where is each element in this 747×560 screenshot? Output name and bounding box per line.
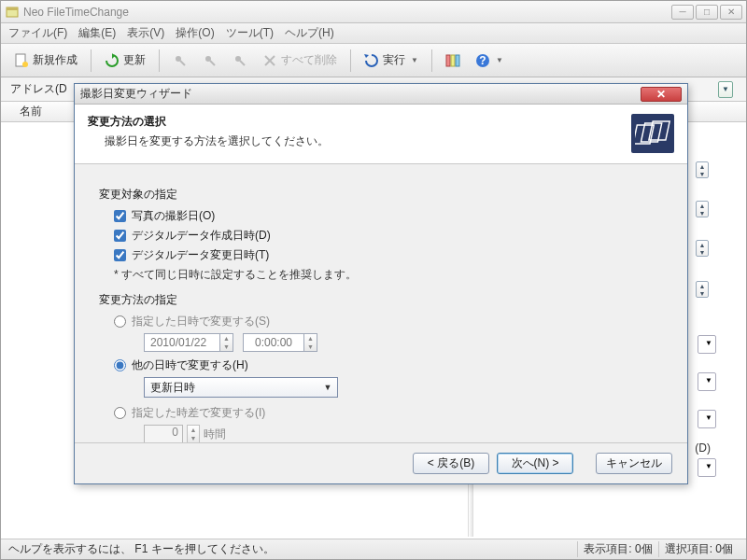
cancel-button[interactable]: キャンセル: [596, 453, 672, 474]
time-field[interactable]: 0:00:00: [243, 333, 304, 352]
right-combo-2[interactable]: ▼: [698, 372, 716, 391]
tool-columns[interactable]: [440, 50, 466, 71]
svg-line-7: [210, 61, 215, 65]
run-dropdown-icon[interactable]: ▼: [411, 56, 418, 64]
svg-point-3: [22, 62, 28, 67]
group-method-label: 変更方法の指定: [99, 292, 663, 308]
address-dropdown-icon[interactable]: ▼: [718, 81, 733, 98]
dialog-subheading: 撮影日を変更する方法を選択してください。: [105, 133, 631, 149]
dialog-close-button[interactable]: ✕: [641, 87, 682, 102]
offset-unit-label: 時間: [204, 427, 226, 442]
status-items: 表示項目: 0個: [577, 541, 657, 557]
window-title: Neo FileTimeChange: [23, 6, 671, 19]
pin-icon: [173, 53, 188, 68]
status-selected: 選択項目: 0個: [658, 541, 739, 557]
menu-action[interactable]: 操作(O): [176, 25, 214, 41]
right-spinner-1[interactable]: ▲▼: [696, 161, 709, 178]
dialog-body: 変更対象の指定 写真の撮影日(O) デジタルデータ作成日時(D) デジタルデータ…: [75, 164, 687, 460]
dialog-header: 変更方法の選択 撮影日を変更する方法を選択してください。: [75, 105, 687, 164]
time-spinner[interactable]: ▲▼: [304, 333, 317, 352]
close-button[interactable]: ✕: [720, 5, 742, 20]
new-button[interactable]: 新規作成: [8, 49, 83, 71]
help-dropdown-icon[interactable]: ▼: [496, 56, 503, 64]
svg-text:?: ?: [479, 54, 486, 67]
offset-spinner[interactable]: ▲▼: [187, 425, 200, 443]
dialog-titlebar: 撮影日変更ウィザード ✕: [75, 84, 687, 105]
statusbar: ヘルプを表示するには、 F1 キーを押してください。 表示項目: 0個 選択項目…: [1, 539, 746, 559]
dialog-footer: < 戻る(B) 次へ(N) > キャンセル: [75, 442, 687, 483]
menu-tools[interactable]: ツール(T): [226, 25, 274, 41]
status-help: ヘルプを表示するには、 F1 キーを押してください。: [8, 541, 577, 557]
offset-field[interactable]: 0: [144, 425, 183, 443]
date-spinner[interactable]: ▲▼: [220, 333, 233, 352]
right-spinner-4[interactable]: ▲▼: [696, 281, 709, 298]
date-field[interactable]: 2010/01/22: [144, 333, 220, 352]
checkbox-dmodify-input[interactable]: [114, 249, 126, 261]
columns-icon: [445, 53, 460, 68]
radio-other-input[interactable]: [114, 359, 126, 371]
right-combo-1[interactable]: ▼: [698, 335, 716, 354]
right-d-label: (D): [695, 441, 711, 455]
menu-help[interactable]: ヘルプ(H): [285, 25, 334, 41]
titlebar: Neo FileTimeChange ─ □ ✕: [1, 1, 746, 23]
toolbar: 新規作成 更新 すべて削除 実行 ▼ ? ▼: [1, 44, 746, 77]
tool-help[interactable]: ? ▼: [470, 50, 509, 71]
delete-icon: [262, 53, 277, 68]
svg-rect-14: [456, 55, 459, 66]
right-combo-3[interactable]: ▼: [698, 410, 716, 428]
right-spinner-2[interactable]: ▲▼: [696, 201, 709, 217]
checkbox-shoot-date[interactable]: 写真の撮影日(O): [114, 208, 663, 224]
svg-line-5: [180, 61, 185, 65]
run-icon: [364, 53, 379, 68]
checkbox-digital-modify[interactable]: デジタルデータ変更日時(T): [114, 247, 663, 263]
refresh-label: 更新: [123, 52, 146, 68]
svg-rect-12: [446, 55, 450, 66]
tool-pin3[interactable]: [227, 50, 253, 71]
pin2-icon: [203, 53, 218, 68]
new-label: 新規作成: [33, 52, 78, 68]
delete-all-button[interactable]: すべて削除: [257, 49, 343, 71]
group-target-label: 変更対象の指定: [99, 187, 663, 203]
delete-all-label: すべて削除: [281, 52, 337, 68]
radio-other-datetime[interactable]: 他の日時で変更する(H): [114, 357, 663, 373]
recommendation-note: * すべて同じ日時に設定することを推奨します。: [114, 267, 663, 283]
run-label: 実行: [383, 52, 405, 68]
dialog-heading: 変更方法の選択: [88, 114, 631, 130]
svg-rect-13: [451, 55, 455, 66]
new-icon: [14, 53, 29, 68]
tool-pin2[interactable]: [197, 50, 223, 71]
maximize-button[interactable]: □: [696, 5, 718, 20]
main-window: Neo FileTimeChange ─ □ ✕ ファイル(F) 編集(E) 表…: [0, 0, 747, 560]
checkbox-dcreate-input[interactable]: [114, 230, 126, 242]
wizard-dialog: 撮影日変更ウィザード ✕ 変更方法の選択 撮影日を変更する方法を選択してください…: [74, 83, 688, 484]
other-datetime-combo[interactable]: 更新日時 ▼: [144, 377, 338, 398]
svg-line-9: [240, 61, 245, 65]
minimize-button[interactable]: ─: [671, 5, 694, 20]
run-button[interactable]: 実行 ▼: [359, 49, 424, 71]
radio-specified-input[interactable]: [114, 315, 126, 328]
right-combo-4[interactable]: ▼: [698, 458, 716, 477]
next-button[interactable]: 次へ(N) >: [497, 453, 573, 474]
checkbox-shoot-input[interactable]: [114, 210, 126, 222]
dialog-title: 撮影日変更ウィザード: [80, 86, 641, 102]
tool-pin1[interactable]: [167, 50, 193, 71]
radio-offset-input[interactable]: [114, 407, 126, 419]
svg-rect-1: [7, 7, 18, 10]
radio-offset[interactable]: 指定した時差で変更する(I): [114, 405, 663, 421]
menu-file[interactable]: ファイル(F): [8, 25, 67, 41]
menu-view[interactable]: 表示(V): [127, 25, 164, 41]
combo-dropdown-icon[interactable]: ▼: [320, 380, 335, 395]
right-spinner-3[interactable]: ▲▼: [696, 240, 709, 257]
combo-value: 更新日時: [150, 380, 195, 396]
menu-edit[interactable]: 編集(E): [78, 25, 116, 41]
back-button[interactable]: < 戻る(B): [413, 453, 489, 474]
refresh-button[interactable]: 更新: [99, 49, 151, 71]
checkbox-digital-create[interactable]: デジタルデータ作成日時(D): [114, 228, 663, 244]
pin3-icon: [233, 53, 247, 68]
menubar: ファイル(F) 編集(E) 表示(V) 操作(O) ツール(T) ヘルプ(H): [1, 23, 746, 44]
wizard-icon: [631, 114, 674, 153]
help-icon: ?: [475, 53, 490, 68]
refresh-icon: [105, 53, 120, 68]
app-icon: [5, 5, 20, 20]
radio-specified-datetime[interactable]: 指定した日時で変更する(S): [114, 314, 663, 329]
